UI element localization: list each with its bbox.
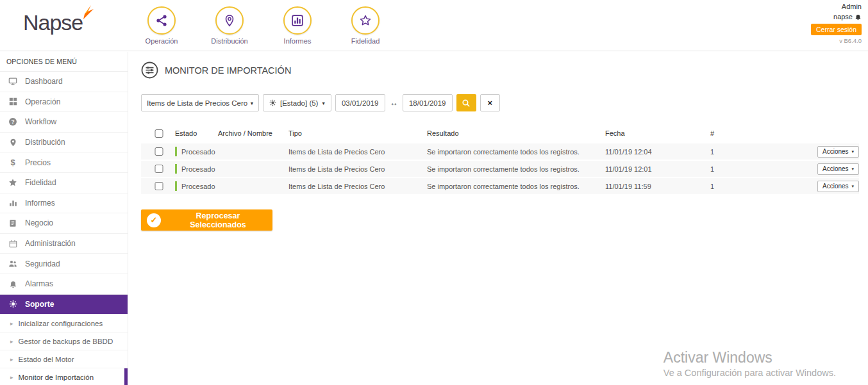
module-label: Informes [284,37,312,45]
table-row: Procesado Items de Lista de Precios Cero… [141,143,859,161]
cell-tipo: Items de Lista de Precios Cero [288,183,427,190]
logout-button[interactable]: Cerrar sesión [811,24,862,35]
status-green-bar [175,147,177,156]
sidebar-item-label: Dashboard [25,77,63,86]
cell-num: 1 [710,183,817,190]
watermark-subtitle: Ve a Configuración para activar Windows. [664,368,836,378]
table-row: Procesado Items de Lista de Precios Cero… [141,178,859,195]
caret-down-icon: ▾ [852,184,855,189]
caret-down-icon: ▾ [852,149,855,154]
check-circle-icon: ✓ [147,213,161,227]
filter-sliders-icon [141,61,158,79]
reprocess-selected-button[interactable]: ✓ Reprocesar Seleccionados [141,209,272,231]
sidebar-item-label: Fidelidad [25,178,56,187]
import-type-select[interactable]: Items de Lista de Precios Cero ▾ [141,94,259,111]
star-icon [8,178,18,187]
sidebar-item-distribucion[interactable]: Distribución [0,133,128,153]
date-from-input[interactable] [335,94,385,111]
app-version: v B6.4.0 [811,37,862,45]
bar-chart-icon [8,199,18,207]
row-checkbox[interactable] [143,147,175,156]
status-green-bar [175,181,177,191]
logo-spark-icon [78,4,95,20]
status-green-bar [175,164,177,174]
sidebar-item-precios[interactable]: $ Precios [0,152,128,173]
sidebar-item-negocio[interactable]: Negocio [0,213,128,234]
chevron-right-icon: ▸ [10,374,13,381]
network-icon [147,6,176,35]
page-title: MONITOR DE IMPORTACIÓN [141,61,859,79]
sidebar-item-label: Negocio [25,218,53,227]
arrow-left-right-icon: ↔ [390,98,398,108]
chevron-right-icon: ▸ [10,356,13,363]
sidebar-item-alarmas[interactable]: Alarmas [0,274,128,295]
acciones-button[interactable]: Acciones▾ [817,163,859,175]
sidebar-item-dashboard[interactable]: Dashboard [0,72,128,92]
sidebar-subitem-label: Inicializar configuraciones [19,320,103,327]
module-distribucion[interactable]: Distribución [210,6,249,45]
cell-fecha: 11/01/19 11:59 [605,183,710,190]
estado-filter-button[interactable]: [Estado] (5) ▾ [263,94,331,111]
sidebar-item-informes[interactable]: Informes [0,193,128,214]
sidebar-item-operacion[interactable]: Operación [0,92,128,113]
acciones-button[interactable]: Acciones▾ [817,181,859,192]
logo-text: Napse [23,10,83,35]
search-button[interactable] [456,94,476,111]
chevron-right-icon: ▸ [10,338,13,345]
sidebar-item-administracion[interactable]: Administración [0,234,128,254]
map-pin-icon [8,138,18,147]
caret-down-icon: ▾ [251,100,253,106]
row-checkbox[interactable] [143,182,175,190]
main-content: MONITOR DE IMPORTACIÓN Items de Lista de… [128,51,868,384]
select-all-checkbox[interactable] [143,129,175,138]
sidebar-item-label: Workflow [25,117,56,126]
module-label: Operación [146,37,178,45]
sidebar-item-workflow[interactable]: ? Workflow [0,112,128,133]
gear-icon [269,99,276,106]
sidebar-subitem-monitor-importacion[interactable]: ▸ Monitor de Importación [0,368,128,385]
column-header-resultado: Resultado [427,129,605,137]
module-fidelidad[interactable]: Fidelidad [346,6,385,45]
sidebar-item-label: Alarmas [25,279,53,288]
windows-activation-watermark: Activar Windows Ve a Configuración para … [664,349,836,378]
user-name: Admin [811,2,862,12]
bar-chart-icon [283,6,312,35]
sidebar-subitem-gestor-backups[interactable]: ▸ Gestor de backups de BBDD [0,332,128,350]
napse-logo[interactable]: Napse [0,0,128,35]
sidebar-item-label: Seguridad [25,259,60,268]
cell-fecha: 11/01/19 12:04 [605,148,710,156]
caret-down-icon: ▾ [322,100,324,106]
sidebar-item-label: Operación [25,97,60,106]
top-header: Napse Operación Distribución Informes [0,0,868,51]
reprocess-label: Reprocesar Seleccionados [169,211,267,229]
column-header-estado: Estado [175,129,218,137]
sidebar-subitem-label: Gestor de backups de BBDD [19,338,113,345]
sidebar-subitem-inicializar-configuraciones[interactable]: ▸ Inicializar configuraciones [0,315,128,332]
sidebar-item-soporte[interactable]: Soporte [0,295,128,315]
column-header-fecha: Fecha [605,129,710,137]
cell-tipo: Items de Lista de Precios Cero [288,165,427,173]
page-title-text: MONITOR DE IMPORTACIÓN [165,65,291,76]
module-informes[interactable]: Informes [278,6,317,45]
sidebar-subitem-estado-motor[interactable]: ▸ Estado del Motor [0,350,128,368]
sidebar-item-fidelidad[interactable]: Fidelidad [0,173,128,193]
bell-icon[interactable] [855,13,862,20]
map-pin-icon [215,6,244,35]
row-checkbox[interactable] [143,165,175,173]
user-box: Admin napse Cerrar sesión v B6.4.0 [811,2,862,45]
acciones-button[interactable]: Acciones▾ [817,146,859,158]
date-to-input[interactable] [403,94,453,111]
estado-filter-label: [Estado] (5) [280,99,318,107]
module-operacion[interactable]: Operación [142,6,181,45]
sidebar-item-label: Informes [25,199,55,208]
svg-text:?: ? [11,119,14,125]
module-label: Fidelidad [351,37,380,45]
cell-num: 1 [710,165,817,173]
filter-bar: Items de Lista de Precios Cero ▾ [Estado… [141,94,859,111]
clear-filters-button[interactable]: × [480,94,500,111]
watermark-title: Activar Windows [664,349,836,366]
bell-icon [8,280,18,288]
sidebar-item-seguridad[interactable]: Seguridad [0,254,128,274]
ledger-icon [8,219,18,227]
caret-down-icon: ▾ [852,167,855,172]
